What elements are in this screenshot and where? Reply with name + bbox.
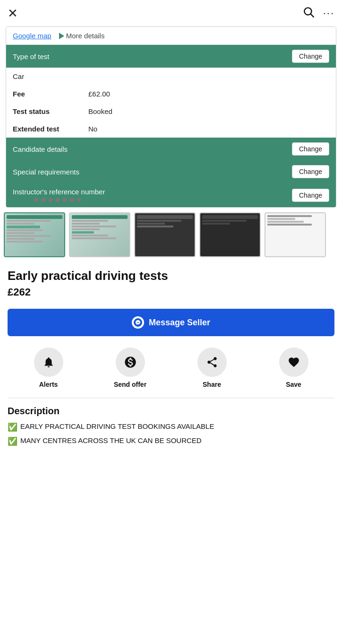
share-icon-circle [197, 348, 227, 377]
share-label: Share [203, 381, 221, 388]
extended-test-value: No [88, 125, 97, 133]
fee-label: Fee [13, 90, 88, 98]
test-status-row: Test status Booked [6, 103, 336, 120]
svg-point-2 [134, 318, 142, 327]
carousel-item-4[interactable] [199, 212, 261, 257]
dot-2 [20, 198, 25, 202]
google-map-link[interactable]: Google map [13, 32, 51, 40]
desc-text-2: MANY CENTRES ACROSS THE UK CAN BE SOURCE… [20, 435, 202, 446]
image-carousel[interactable] [0, 208, 342, 262]
desc-text-1: EARLY PRACTICAL DRIVING TEST BOOKINGS AV… [20, 421, 214, 432]
instructor-ref-label: Instructor's reference number [13, 188, 105, 196]
fee-row: Fee £62.00 [6, 85, 336, 103]
candidate-details-change-btn[interactable]: Change [292, 142, 329, 156]
search-button[interactable] [302, 6, 315, 21]
messenger-icon [132, 316, 144, 329]
check-icon-2: ✅ [8, 435, 17, 448]
search-icon [302, 6, 315, 21]
alerts-button[interactable]: Alerts [30, 348, 68, 388]
carousel-item-2[interactable] [69, 212, 130, 257]
dot-3 [27, 198, 32, 202]
save-label: Save [286, 381, 301, 388]
special-req-change-btn[interactable]: Change [292, 165, 329, 178]
test-status-label: Test status [13, 107, 88, 115]
fee-value: £62.00 [88, 90, 110, 98]
more-options-button[interactable]: ··· [323, 7, 334, 19]
test-status-value: Booked [88, 107, 112, 115]
extended-test-row: Extended test No [6, 120, 336, 138]
dots-row [13, 198, 105, 202]
listing-info: Early practical driving tests £262 [0, 262, 342, 309]
svg-line-1 [311, 14, 314, 17]
save-button[interactable]: Save [275, 348, 313, 388]
dvsa-links-row: Google map More details [6, 27, 336, 45]
action-buttons-row: Alerts Send offer Share Save [0, 346, 342, 398]
close-button[interactable]: ✕ [8, 6, 18, 21]
carousel-item-1[interactable] [4, 212, 65, 257]
carousel-item-5[interactable] [265, 212, 326, 257]
dot-6 [48, 198, 53, 202]
desc-line-1: ✅ EARLY PRACTICAL DRIVING TEST BOOKINGS … [8, 421, 334, 434]
dot-5 [41, 198, 46, 202]
dot-8 [62, 198, 67, 202]
send-offer-icon-circle [116, 348, 145, 377]
message-seller-label: Message Seller [149, 318, 210, 328]
send-offer-button[interactable]: Send offer [111, 348, 149, 388]
share-button[interactable]: Share [193, 348, 231, 388]
save-icon-circle [279, 348, 308, 377]
instructor-ref-row: Instructor's reference number Change [6, 183, 336, 207]
top-bar-right: ··· [302, 6, 334, 21]
dot-9 [69, 198, 74, 202]
play-icon [59, 33, 64, 39]
description-title: Description [8, 406, 334, 417]
close-icon: ✕ [8, 6, 18, 21]
type-of-test-label: Type of test [13, 52, 50, 61]
dot-7 [55, 198, 60, 202]
description-section: Description ✅ EARLY PRACTICAL DRIVING TE… [0, 398, 342, 447]
candidate-details-label: Candidate details [13, 145, 68, 153]
more-details-label: More details [66, 32, 105, 40]
message-seller-button[interactable]: Message Seller [8, 309, 334, 336]
check-icon-1: ✅ [8, 421, 17, 434]
dvsa-panel: Google map More details Type of test Cha… [6, 26, 336, 208]
type-of-test-change-btn[interactable]: Change [292, 50, 329, 63]
dot-4 [34, 198, 39, 202]
carousel-item-3[interactable] [134, 212, 196, 257]
car-value-row: Car [6, 68, 336, 85]
type-of-test-row: Type of test Change [6, 45, 336, 68]
more-icon: ··· [323, 7, 334, 19]
listing-price: £262 [8, 286, 334, 298]
dot-10 [77, 198, 81, 202]
dot-1 [13, 198, 17, 202]
top-bar: ✕ ··· [0, 0, 342, 26]
send-offer-label: Send offer [114, 381, 146, 388]
listing-title: Early practical driving tests [8, 269, 334, 283]
extended-test-label: Extended test [13, 125, 88, 133]
alerts-label: Alerts [39, 381, 58, 388]
special-req-label: Special requirements [13, 168, 79, 176]
alerts-icon-circle [34, 348, 63, 377]
instructor-ref-change-btn[interactable]: Change [292, 189, 329, 202]
candidate-details-row: Candidate details Change [6, 138, 336, 160]
desc-line-2: ✅ MANY CENTRES ACROSS THE UK CAN BE SOUR… [8, 435, 334, 448]
car-value: Car [13, 72, 24, 80]
special-requirements-row: Special requirements Change [6, 160, 336, 183]
more-details-link[interactable]: More details [59, 32, 105, 40]
